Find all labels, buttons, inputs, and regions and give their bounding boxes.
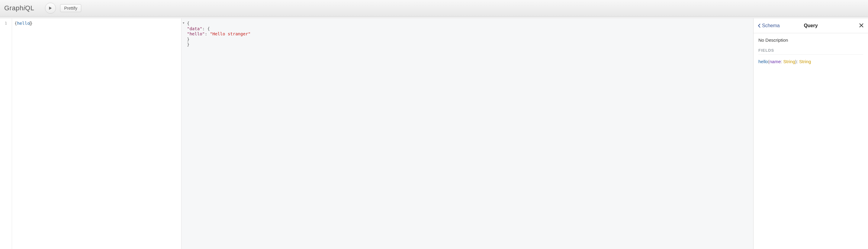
token-brace-close: } — [30, 21, 33, 26]
docs-panel: Schema Query No Description FIELDS hello… — [753, 19, 868, 249]
docs-fields-label: FIELDS — [758, 48, 863, 53]
fold-caret-icon[interactable]: ▼ — [183, 22, 184, 25]
app-logo: GraphiQL — [4, 4, 34, 12]
run-query-button[interactable] — [45, 3, 56, 13]
logo-text-post: QL — [25, 4, 34, 12]
chevron-left-icon — [758, 24, 761, 28]
sig-arg-name: name — [770, 59, 781, 64]
docs-back-button[interactable]: Schema — [758, 23, 780, 28]
prettify-button[interactable]: Prettify — [60, 4, 81, 12]
docs-title: Query — [804, 23, 817, 28]
line-gutter: 1 — [0, 19, 12, 249]
logo-text-pre: Graph — [4, 4, 24, 12]
docs-body: No Description FIELDS hello(name: String… — [753, 33, 868, 68]
code-area[interactable]: {hello} — [12, 19, 181, 249]
sig-field-name: hello — [758, 59, 768, 64]
line-number: 1 — [0, 21, 12, 25]
json-key: "data" — [187, 26, 203, 31]
play-icon — [48, 6, 53, 10]
token-field: hello — [17, 21, 30, 26]
docs-back-label: Schema — [762, 23, 780, 28]
docs-description: No Description — [758, 37, 863, 42]
query-editor[interactable]: 1 {hello} — [0, 19, 181, 249]
sig-arg-type: String — [783, 59, 795, 64]
docs-close-button[interactable] — [859, 22, 864, 29]
main-area: 1 {hello} ▼ { "data": { "hello": "Hello … — [0, 17, 868, 249]
json-string: "Hello stranger" — [210, 31, 251, 36]
topbar: GraphiQL Prettify — [0, 0, 868, 17]
field-signature[interactable]: hello(name: String): String — [758, 59, 863, 64]
close-icon — [859, 23, 864, 28]
sig-return-type: String — [799, 59, 811, 64]
json-key: "hello" — [187, 31, 205, 36]
docs-header: Schema Query — [753, 17, 868, 33]
json-brace: { — [187, 21, 189, 26]
result-pane: ▼ { "data": { "hello": "Hello stranger" … — [181, 19, 753, 249]
divider — [758, 54, 863, 55]
